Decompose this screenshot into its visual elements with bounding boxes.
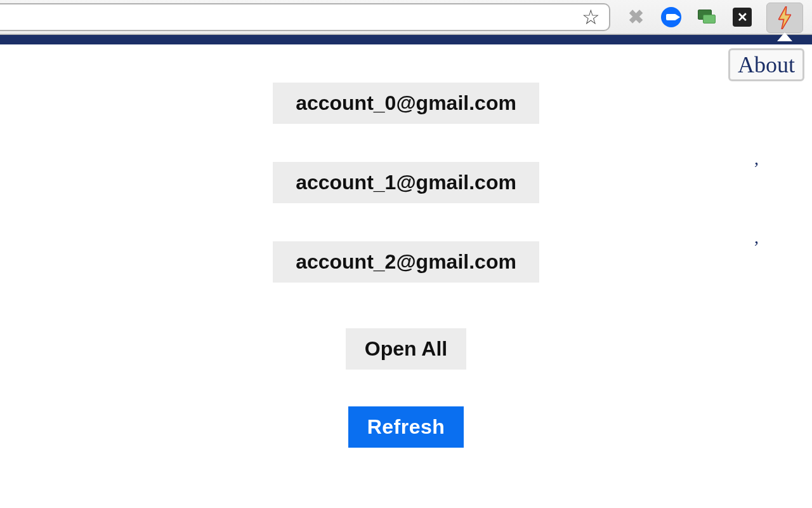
- main-column: account_0@gmail.com account_1@gmail.com …: [0, 44, 812, 448]
- account-button-1[interactable]: account_1@gmail.com: [273, 162, 539, 203]
- x-gray-extension-icon[interactable]: ✖: [624, 6, 647, 29]
- camera-icon: [666, 14, 676, 20]
- account-button-0[interactable]: account_0@gmail.com: [273, 83, 539, 124]
- extension-icons-row: ✖ ✕: [618, 1, 807, 33]
- screenshare-extension-icon[interactable]: [695, 6, 718, 29]
- account-button-2[interactable]: account_2@gmail.com: [273, 241, 539, 283]
- about-link[interactable]: About: [728, 48, 804, 81]
- browser-toolbar: ☆ ✖ ✕: [0, 0, 812, 34]
- tick-mark: ,: [754, 149, 759, 169]
- extension-popup: About , , account_0@gmail.com account_1@…: [0, 44, 812, 508]
- refresh-button[interactable]: Refresh: [348, 406, 464, 448]
- header-separator-bar: [0, 34, 812, 44]
- bolt-extension-icon[interactable]: [766, 3, 803, 33]
- x-black-extension-icon[interactable]: ✕: [731, 6, 754, 29]
- tick-mark: ,: [754, 227, 759, 248]
- star-icon[interactable]: ☆: [582, 7, 600, 27]
- x-icon: ✖: [628, 6, 644, 28]
- zoom-extension-icon[interactable]: [660, 6, 683, 29]
- popup-pointer-icon: [777, 32, 792, 41]
- open-all-button[interactable]: Open All: [346, 328, 466, 370]
- x-icon: ✕: [733, 8, 752, 27]
- screenshare-icon: [698, 8, 716, 26]
- bolt-icon: [776, 6, 794, 29]
- zoom-icon: [661, 7, 681, 27]
- url-bar[interactable]: ☆: [0, 3, 610, 31]
